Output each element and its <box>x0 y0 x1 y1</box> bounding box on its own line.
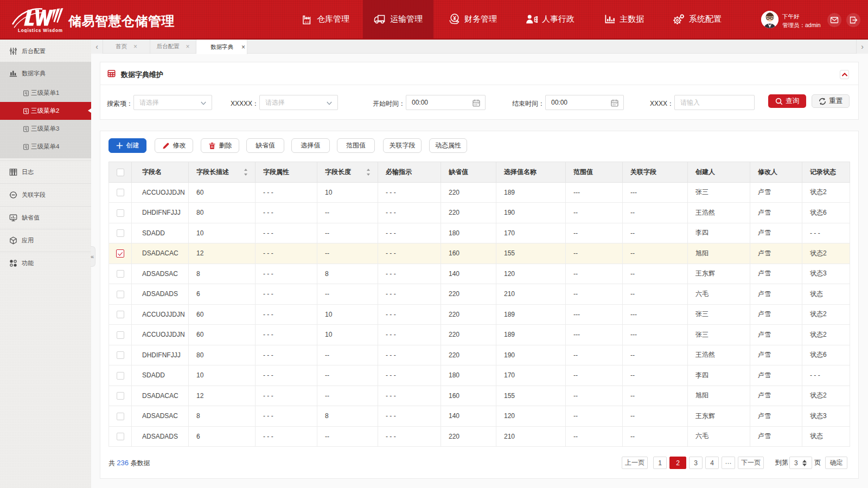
svg-text:Logistics Wisdom: Logistics Wisdom <box>18 28 63 33</box>
